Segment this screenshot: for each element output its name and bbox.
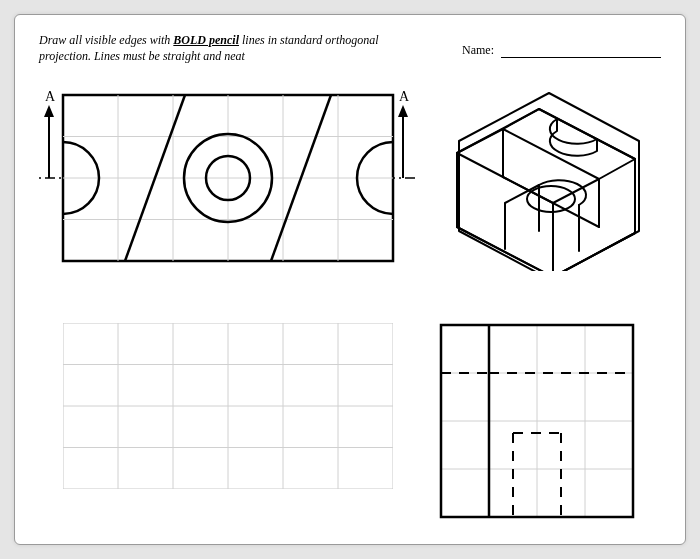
side-view-panel (439, 323, 639, 523)
arrow-right (398, 105, 408, 178)
side-view-svg (439, 323, 639, 523)
instruction-bold: BOLD pencil (173, 33, 239, 47)
arrow-left (44, 105, 54, 178)
stage: Draw all visible edges with BOLD pencil … (0, 0, 700, 559)
content-area: Draw all visible edges with BOLD pencil … (39, 33, 661, 520)
name-blank-line[interactable] (501, 57, 661, 58)
isometric-panel (439, 81, 649, 271)
label-a-left: A (45, 89, 56, 104)
front-view-svg (63, 323, 393, 489)
worksheet-sheet: Draw all visible edges with BOLD pencil … (14, 14, 686, 545)
label-a-right: A (399, 89, 410, 104)
isometric-svg (439, 81, 649, 271)
svg-marker-3 (398, 105, 408, 117)
front-view-panel[interactable] (63, 323, 393, 489)
instruction-prefix: Draw all visible edges with (39, 33, 173, 47)
top-view-drawing (63, 95, 393, 261)
svg-marker-1 (44, 105, 54, 117)
instruction-text: Draw all visible edges with BOLD pencil … (39, 33, 399, 64)
top-view-svg: A A (39, 83, 419, 273)
name-label: Name: (462, 43, 494, 57)
top-view-panel: A A (39, 83, 419, 273)
name-field: Name: (462, 43, 661, 58)
